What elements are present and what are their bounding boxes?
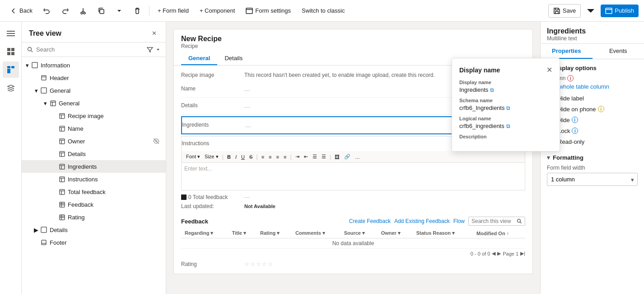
col-comments[interactable]: Comments ▾: [292, 228, 341, 238]
size-select[interactable]: Size ▾: [203, 153, 220, 161]
tree-item-footer[interactable]: Footer: [22, 236, 166, 249]
logical-name-copy-icon[interactable]: ⧉: [506, 123, 510, 129]
align-center-btn[interactable]: ≡: [267, 153, 273, 161]
expand-icon[interactable]: ▾: [42, 100, 49, 107]
more-btn[interactable]: …: [353, 153, 362, 161]
filter-icon[interactable]: [147, 47, 153, 53]
image-btn[interactable]: 🖼: [333, 153, 341, 161]
schema-name-copy-icon[interactable]: ⧉: [506, 105, 510, 111]
align-right-btn[interactable]: ≡: [274, 153, 280, 161]
font-select[interactable]: Font ▾: [184, 153, 202, 161]
hide-on-phone-info-icon[interactable]: i: [598, 106, 604, 112]
col-title[interactable]: Title ▾: [229, 228, 257, 238]
tree-item-details-section[interactable]: ▶ Details: [22, 223, 166, 236]
lock-info-icon[interactable]: i: [572, 128, 578, 134]
tree-close-button[interactable]: ✕: [150, 28, 159, 38]
align-left-btn[interactable]: ≡: [260, 153, 266, 161]
strikethrough-btn[interactable]: S: [247, 153, 254, 161]
col-rating[interactable]: Rating ▾: [257, 228, 292, 238]
use-whole-column-link[interactable]: Use whole table column: [547, 83, 638, 90]
nav-tree-button[interactable]: [3, 62, 19, 78]
link-btn[interactable]: 🔗: [342, 153, 352, 161]
formatting-collapse-icon[interactable]: ▾: [547, 154, 550, 161]
numbers-btn[interactable]: ☰: [320, 153, 328, 161]
tab-details[interactable]: Details: [217, 51, 250, 65]
hide-label-text: Hide label: [558, 95, 638, 102]
star-4[interactable]: ☆: [262, 261, 267, 267]
nav-menu-button[interactable]: [3, 25, 19, 42]
tab-general[interactable]: General: [181, 51, 217, 65]
tree-item-information[interactable]: ▾ Information: [22, 59, 166, 71]
tree-item-name[interactable]: Name: [22, 122, 166, 135]
column-info-icon[interactable]: i: [567, 75, 574, 81]
col-status-reason[interactable]: Status Reason ▾: [413, 228, 473, 238]
tree-item-general-tab[interactable]: ▾ General: [22, 84, 166, 97]
underline-btn[interactable]: U: [239, 153, 247, 161]
star-3[interactable]: ☆: [256, 261, 261, 267]
tree-item-instructions[interactable]: Instructions: [22, 173, 166, 185]
bullets-btn[interactable]: ☰: [311, 153, 319, 161]
italic-btn[interactable]: I: [233, 153, 238, 161]
component-button[interactable]: + Component: [195, 5, 239, 17]
tree-item-recipe-image[interactable]: Recipe image: [22, 109, 166, 122]
undo-button[interactable]: [39, 5, 55, 17]
nav-layers-button[interactable]: [3, 80, 19, 96]
cut-button[interactable]: [75, 5, 91, 17]
expand-icon[interactable]: ▶: [33, 227, 40, 233]
tree-item-total-feedback[interactable]: Total feedback: [22, 185, 166, 198]
form-field-width-select[interactable]: 1 column 2 columns: [547, 173, 638, 186]
props-tab-events[interactable]: Events: [593, 44, 644, 59]
expand-icon[interactable]: ▾: [23, 62, 31, 69]
tree-search-input[interactable]: [36, 46, 144, 53]
next-page-btn[interactable]: ▶: [497, 251, 501, 256]
add-existing-feedback-btn[interactable]: Add Existing Feedback: [394, 218, 450, 224]
redo-button[interactable]: [57, 5, 73, 17]
star-1[interactable]: ☆: [244, 261, 249, 267]
col-owner[interactable]: Owner ▾: [378, 228, 413, 238]
popup-close-button[interactable]: ✕: [546, 66, 552, 74]
dropdown-button[interactable]: [111, 5, 127, 17]
publish-button[interactable]: Publish: [601, 5, 639, 17]
field-icon: [58, 137, 66, 145]
save-button[interactable]: Save: [548, 4, 581, 18]
col-source[interactable]: Source ▾: [341, 228, 378, 238]
tree-item-owner[interactable]: Owner: [22, 135, 166, 147]
props-tab-properties[interactable]: Properties: [541, 44, 593, 59]
form-settings-button[interactable]: Form settings: [241, 5, 295, 17]
expand-icon[interactable]: ▾: [33, 87, 40, 94]
tree-item-general-group[interactable]: ▾ General: [22, 97, 166, 109]
bold-btn[interactable]: B: [225, 153, 233, 161]
instructions-content[interactable]: Enter text...: [182, 163, 525, 190]
tree-item-feedback[interactable]: Feedback: [22, 198, 166, 211]
create-feedback-btn[interactable]: Create Feedback: [349, 218, 391, 224]
star-5[interactable]: ☆: [268, 261, 273, 267]
feedback-search-input[interactable]: [471, 218, 517, 224]
tree-item-details-field[interactable]: Details: [22, 147, 166, 160]
rating-stars: ☆ ☆ ☆ ☆ ☆: [244, 261, 273, 267]
flow-btn[interactable]: Flow: [453, 218, 465, 224]
last-page-btn[interactable]: ▶|: [520, 251, 525, 256]
save-dropdown-button[interactable]: [583, 5, 599, 17]
switch-classic-button[interactable]: Switch to classic: [297, 5, 349, 17]
no-data-message: No data available: [181, 238, 525, 249]
nav-apps-button[interactable]: [3, 43, 19, 60]
hide-info-icon[interactable]: i: [572, 117, 578, 123]
align-justify-btn[interactable]: ≡: [282, 153, 288, 161]
tree-item-rating[interactable]: Rating: [22, 211, 166, 223]
copy-button[interactable]: [93, 5, 109, 17]
tree-item-header[interactable]: Header: [22, 71, 166, 84]
col-modified-on[interactable]: Modified On ↑: [473, 228, 525, 238]
outdent-btn[interactable]: ⇤: [302, 153, 310, 161]
col-regarding[interactable]: Regarding ▾: [181, 228, 229, 238]
tree-item-ingredients[interactable]: Ingredients: [22, 160, 166, 173]
star-2[interactable]: ☆: [250, 261, 255, 267]
svg-rect-11: [11, 52, 14, 55]
icon-panel: [0, 22, 22, 294]
form-field-button[interactable]: + Form field: [153, 5, 193, 17]
tree-item-label: Information: [41, 62, 162, 69]
indent-btn[interactable]: ⇥: [294, 153, 301, 161]
prev-page-btn[interactable]: ◀: [492, 251, 495, 256]
back-button[interactable]: Back: [5, 5, 37, 17]
display-name-copy-icon[interactable]: ⧉: [490, 87, 494, 93]
delete-button[interactable]: [129, 5, 145, 17]
